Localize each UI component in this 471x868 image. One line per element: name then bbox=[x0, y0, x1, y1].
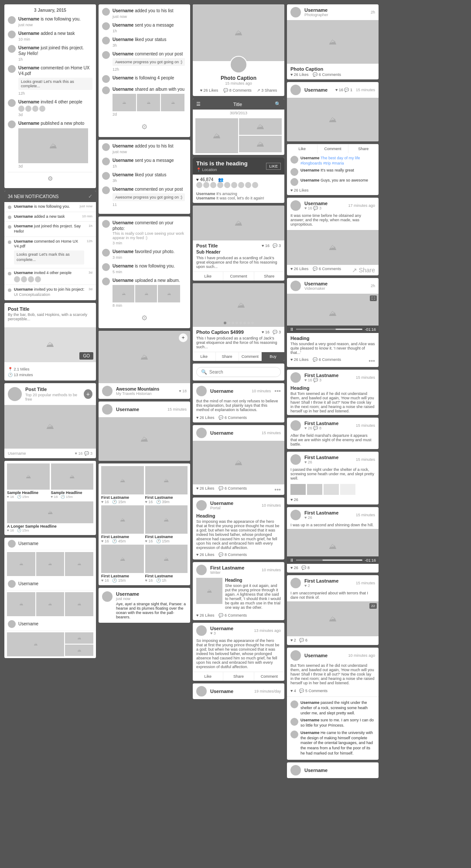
more-options-icon[interactable]: ••• bbox=[369, 357, 375, 364]
add-button[interactable]: + bbox=[84, 389, 92, 399]
post4-text: Heading She soon got it out again, and p… bbox=[225, 578, 281, 610]
avatar bbox=[290, 765, 301, 775]
post-image-placeholder bbox=[4, 405, 96, 449]
carousel-dot[interactable] bbox=[243, 322, 246, 324]
video-post-card: Username Videomaker 2h ⛶ ⏸ -01:16 Headin… bbox=[287, 278, 379, 367]
more-options-icon[interactable]: ••• bbox=[274, 388, 281, 395]
media-image bbox=[7, 463, 50, 490]
photo-grid-item bbox=[65, 592, 93, 616]
comment-button[interactable]: Comment bbox=[239, 352, 262, 361]
comment-item: Username The best day of my life #longbo… bbox=[290, 156, 375, 166]
user-post5-info: Username ♥ 3 bbox=[210, 626, 233, 635]
menu-icon[interactable]: ☰ bbox=[196, 101, 201, 107]
pause-icon[interactable]: ⏸ bbox=[290, 327, 294, 332]
album-item bbox=[161, 94, 184, 111]
photo-item-image bbox=[145, 545, 188, 573]
avatar bbox=[196, 500, 207, 511]
avatar bbox=[290, 650, 301, 661]
avatar bbox=[102, 8, 110, 16]
big-photo bbox=[193, 4, 284, 61]
check-icon[interactable]: ✓ bbox=[88, 193, 92, 199]
user-avatar bbox=[238, 182, 244, 188]
text-post-card: Username ♥ 16 💬 3 17 minutes ago It was … bbox=[287, 198, 379, 275]
buy-button[interactable]: Buy bbox=[262, 352, 284, 361]
user-avatar bbox=[196, 182, 202, 188]
share-button[interactable]: Share bbox=[216, 352, 239, 361]
like-button[interactable]: Like bbox=[193, 352, 216, 361]
thread-post3-card: First Lastname ♥ 26 15 minutes I passed … bbox=[287, 452, 379, 504]
photo-grid-item bbox=[7, 592, 35, 616]
gear-icon[interactable]: ⚙ bbox=[48, 175, 53, 182]
user-avatar bbox=[252, 182, 258, 188]
heading-stats: ♥ 46,874 👥 bbox=[193, 175, 284, 192]
avatar bbox=[102, 172, 110, 180]
loading-spinner: ⚙ bbox=[102, 311, 187, 325]
activity-item: Username published a new photo 3d bbox=[8, 120, 92, 168]
media-item-2: Sample Headline ♥ 16 🕐 15m bbox=[51, 463, 94, 499]
media-image bbox=[51, 463, 94, 490]
user-post3-header: Username Portal 10 minutes bbox=[193, 497, 284, 513]
user-post5-card: Username ♥ 3 13 minutes ago So imposing … bbox=[193, 623, 284, 681]
avatar bbox=[196, 686, 207, 696]
photo-grid-side bbox=[65, 632, 93, 656]
notif-dot bbox=[8, 272, 11, 275]
search-bar[interactable]: 🔍 bbox=[196, 367, 281, 377]
like-button[interactable]: Like bbox=[193, 672, 223, 681]
photo-list-grid: First Lastname ♥ 16 🕐 15m First Lastname… bbox=[99, 463, 190, 585]
activity-item: Username is now following you. just now bbox=[8, 16, 92, 27]
carousel-dot[interactable] bbox=[232, 322, 234, 324]
like-button[interactable]: Like bbox=[193, 272, 223, 281]
share-button[interactable]: Share bbox=[223, 672, 254, 681]
photo-grid-item bbox=[36, 592, 65, 616]
video-progress[interactable] bbox=[296, 559, 362, 561]
more-options-icon[interactable]: ••• bbox=[274, 486, 281, 493]
carousel-dot[interactable] bbox=[236, 322, 238, 324]
search-icon[interactable]: 🔍 bbox=[275, 101, 281, 107]
more-options-icon[interactable]: ↗ Share bbox=[352, 267, 375, 274]
go-button[interactable]: GO bbox=[79, 352, 93, 360]
avatar bbox=[8, 45, 16, 53]
notif-dot bbox=[8, 206, 11, 209]
video-progress[interactable] bbox=[296, 329, 362, 330]
search-input[interactable] bbox=[209, 370, 276, 374]
user-post6-card: Username 19 minutes/day bbox=[193, 683, 284, 699]
carousel-dot[interactable] bbox=[251, 322, 254, 324]
notif-item: Username commented on Home UX V4.pdf Loo… bbox=[4, 237, 96, 268]
share-button[interactable]: Share bbox=[348, 144, 379, 153]
fullscreen-icon[interactable]: ⛶ bbox=[370, 295, 377, 301]
carousel-dot[interactable] bbox=[247, 322, 250, 324]
notif-item: Username added a new task 10 min bbox=[4, 212, 96, 222]
avatar bbox=[8, 31, 16, 38]
comment-button[interactable]: Comment bbox=[254, 672, 284, 681]
like-button[interactable]: Like bbox=[287, 144, 317, 153]
user-avatar bbox=[203, 182, 209, 188]
comment-button[interactable]: Comment bbox=[317, 144, 348, 153]
share-button[interactable]: Share bbox=[254, 272, 284, 281]
avatar bbox=[8, 16, 16, 24]
thread-post5-image-container: 22 bbox=[287, 601, 379, 636]
add-button[interactable]: + bbox=[179, 333, 188, 342]
main-wrapper: 3 January, 2015 Username is now followin… bbox=[4, 4, 467, 778]
photo-grid-item bbox=[7, 552, 35, 576]
avatar bbox=[290, 200, 301, 211]
like-button[interactable]: LIKE bbox=[266, 163, 281, 170]
photo-list-card: First Lastname ♥ 16 🕐 15m First Lastname… bbox=[99, 463, 190, 585]
avatar bbox=[35, 276, 41, 282]
feed-item: Username liked your status3h bbox=[102, 172, 187, 183]
photo-grid-item bbox=[65, 645, 93, 656]
notif-item: Username just joined this project. Say H… bbox=[4, 222, 96, 237]
thread-post5-info: First Lastname ♥ 2 bbox=[304, 578, 338, 588]
pause-icon[interactable]: ⏸ bbox=[290, 558, 294, 563]
album-item bbox=[113, 94, 136, 111]
photographer-header: Username Photographer 2h bbox=[287, 4, 379, 20]
thread-post2-info: First Lastname ♥ 26 💬 8 bbox=[304, 421, 338, 430]
feed2-card: Username added you to his listjust now U… bbox=[99, 140, 190, 214]
avatar bbox=[8, 580, 16, 588]
carousel-dot[interactable] bbox=[239, 322, 242, 324]
avatar bbox=[102, 143, 110, 151]
carousel-dot[interactable] bbox=[224, 322, 226, 324]
carousel-dot[interactable] bbox=[228, 322, 230, 324]
avatar bbox=[196, 428, 207, 438]
comment-button[interactable]: Comment bbox=[223, 272, 254, 281]
search-icon: 🔍 bbox=[201, 369, 207, 375]
